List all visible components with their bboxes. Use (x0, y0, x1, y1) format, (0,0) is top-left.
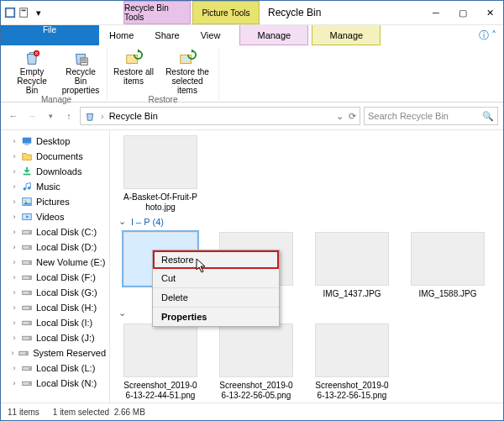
app-icon (4, 7, 16, 18)
drive-icon (21, 332, 33, 344)
svg-rect-1 (7, 9, 14, 17)
address-dropdown-icon[interactable]: ⌄ (336, 111, 344, 122)
tab-home[interactable]: Home (99, 25, 144, 45)
refresh-icon[interactable]: ⟳ (349, 111, 356, 122)
nav-item[interactable]: ›Local Disk (H:) (1, 300, 109, 315)
nav-item-label: Local Disk (L:) (36, 363, 95, 373)
quick-access-toolbar: ▾ (1, 7, 48, 18)
music-icon (21, 181, 33, 192)
empty-recycle-bin-label: Empty Recycle Bin (11, 67, 53, 95)
qat-dropdown-icon[interactable]: ▾ (33, 7, 45, 18)
qat-properties-icon[interactable] (18, 7, 30, 18)
recycle-bin-properties-button[interactable]: Recycle Bin properties (60, 47, 102, 95)
close-button[interactable]: ✕ (476, 3, 503, 22)
maximize-button[interactable]: ▢ (449, 3, 476, 22)
svg-point-20 (29, 247, 31, 249)
restore-all-label: Restore all items (113, 67, 155, 86)
group-header-ip[interactable]: ⌄ I – P (4) (115, 213, 498, 232)
chevron-down-icon: ⌄ (118, 308, 126, 318)
nav-item[interactable]: ›Local Disk (C:) (1, 224, 109, 239)
nav-item[interactable]: ›New Volume (E:) (1, 255, 109, 270)
drive-icon (21, 241, 33, 253)
file-item[interactable]: Screenshot_2019-06-13-22-56-15.png (313, 324, 391, 401)
chevron-right-icon: › (11, 258, 18, 266)
title-bar: ▾ Recycle Bin Tools Picture Tools Recycl… (1, 1, 503, 25)
drive-icon (21, 317, 33, 329)
tab-file[interactable]: File (1, 25, 99, 45)
nav-item[interactable]: ›Pictures (1, 194, 109, 209)
restore-selected-button[interactable]: Restore the selected items (161, 47, 213, 95)
empty-recycle-bin-button[interactable]: Empty Recycle Bin (11, 47, 53, 95)
search-box[interactable]: Search Recycle Bin 🔍 (364, 107, 498, 125)
chevron-right-icon: › (11, 137, 18, 145)
context-menu-properties[interactable]: Properties (153, 308, 279, 326)
ribbon-collapse-icon[interactable]: ⓘ ˄ (479, 25, 496, 45)
nav-item[interactable]: ›Local Disk (F:) (1, 270, 109, 285)
nav-item[interactable]: ›Local Disk (G:) (1, 285, 109, 300)
tab-manage-recyclebin[interactable]: Manage (239, 25, 308, 45)
svg-point-22 (29, 262, 31, 264)
video-icon (21, 211, 33, 223)
ribbon-tabs: File Home Share View Manage Manage ⓘ ˄ (1, 25, 503, 45)
nav-item[interactable]: ›Music (1, 179, 109, 194)
navigation-pane[interactable]: ›Desktop›Documents›Downloads›Music›Pictu… (1, 130, 110, 403)
address-field[interactable]: › Recycle Bin ⌄ ⟳ (80, 107, 360, 125)
recycle-bin-icon (84, 110, 96, 122)
svg-point-15 (24, 200, 27, 203)
nav-item-label: Local Disk (G:) (36, 287, 97, 297)
nav-item[interactable]: ›Local Disk (J:) (1, 330, 109, 345)
context-menu-cut[interactable]: Cut (153, 269, 279, 288)
nav-item[interactable]: ›Documents (1, 149, 109, 164)
drive-icon (21, 362, 33, 374)
recycle-bin-properties-label: Recycle Bin properties (60, 67, 102, 95)
context-tab-recyclebin[interactable]: Recycle Bin Tools (123, 1, 191, 24)
nav-item-label: Local Disk (F:) (36, 272, 96, 282)
nav-item[interactable]: ›Videos (1, 209, 109, 224)
ribbon-group-restore: Restore all items Restore the selected i… (108, 47, 219, 100)
up-button[interactable]: ↑ (61, 108, 76, 124)
chevron-right-icon: › (11, 182, 18, 191)
chevron-right-icon: › (11, 228, 18, 236)
tab-share[interactable]: Share (144, 25, 190, 45)
file-name: Screenshot_2019-06-13-22-44-51.png (122, 381, 199, 401)
drive-icon (21, 226, 33, 238)
nav-item[interactable]: ›Downloads (1, 164, 109, 179)
recent-locations-button[interactable]: ▾ (43, 108, 58, 124)
chevron-right-icon: › (11, 364, 18, 372)
nav-item-label: Pictures (36, 197, 70, 207)
context-tab-picture[interactable]: Picture Tools (192, 1, 260, 24)
file-thumbnail (123, 324, 197, 377)
file-item[interactable]: A-Basket-Of-Fruit-Photo.jpg (122, 135, 199, 213)
breadcrumb-sep-icon: › (99, 111, 106, 121)
nav-item[interactable]: ›System Reserved (1, 345, 109, 360)
tab-view[interactable]: View (191, 25, 232, 45)
nav-item-label: Local Disk (J:) (36, 333, 95, 343)
file-thumbnail (315, 232, 389, 286)
nav-item[interactable]: ›Local Disk (L:) (1, 360, 109, 376)
tab-manage-picture[interactable]: Manage (312, 25, 381, 45)
restore-all-button[interactable]: Restore all items (113, 47, 155, 86)
file-item[interactable]: IMG_1437.JPG (313, 232, 391, 299)
svg-rect-3 (22, 10, 26, 12)
back-button[interactable]: ← (6, 108, 21, 124)
nav-item-label: System Reserved (33, 348, 106, 358)
file-item[interactable]: IMG_1588.JPG (409, 232, 486, 299)
file-item[interactable]: Screenshot_2019-06-13-22-44-51.png (122, 324, 199, 401)
file-thumbnail (123, 135, 197, 189)
nav-item[interactable]: ›Local Disk (D:) (1, 239, 109, 255)
nav-item[interactable]: ›Desktop (1, 134, 109, 149)
file-item[interactable]: Screenshot_2019-06-13-22-56-05.png (218, 324, 295, 401)
chevron-right-icon: › (11, 334, 18, 342)
context-menu-restore[interactable]: Restore (153, 250, 279, 269)
minimize-button[interactable]: ─ (423, 3, 449, 22)
forward-button[interactable]: → (24, 108, 39, 124)
explorer-window: ▾ Recycle Bin Tools Picture Tools Recycl… (0, 0, 504, 421)
nav-item[interactable]: ›Local Disk (I:) (1, 315, 109, 330)
file-name: A-Basket-Of-Fruit-Photo.jpg (122, 192, 199, 213)
nav-item-label: Local Disk (D:) (36, 242, 97, 252)
context-menu-delete[interactable]: Delete (153, 288, 279, 308)
nav-item[interactable]: ›Local Disk (N:) (1, 376, 109, 391)
nav-item-label: Videos (36, 212, 64, 222)
drive-icon (18, 347, 29, 359)
breadcrumb-root[interactable]: Recycle Bin (109, 111, 158, 121)
